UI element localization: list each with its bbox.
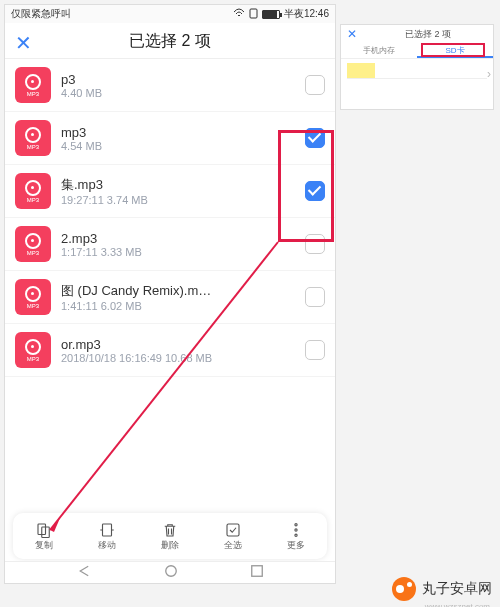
file-name: mp3 [61,125,305,140]
wifi-icon [233,8,245,20]
file-meta: 4.40 MB [61,87,305,99]
select-all-button[interactable]: 全选 [224,521,242,552]
move-icon [98,521,116,539]
file-checkbox[interactable] [305,75,325,95]
recent-icon[interactable] [250,564,264,582]
file-info: 2.mp31:17:11 3.33 MB [51,231,305,258]
file-checkbox[interactable] [305,287,325,307]
header: ✕ 已选择 2 项 [5,23,335,59]
file-name: 图 (DJ Candy Remix).m… [61,282,305,300]
watermark-url: www.wzsznet.com [425,602,490,607]
android-nav-bar [5,561,335,583]
inset-title: 已选择 2 项 [363,28,493,41]
status-carrier: 仅限紧急呼叫 [11,7,233,21]
file-row[interactable]: MP3p34.40 MB [5,59,335,112]
file-meta: 4.54 MB [61,140,305,152]
inset-close-icon: ✕ [341,27,363,41]
file-meta: 19:27:11 3.74 MB [61,194,305,206]
phone-frame: 仅限紧急呼叫 半夜12:46 ✕ 已选择 2 项 MP3p34.40 MBMP3… [4,4,336,584]
watermark-name: 丸子安卓网 [422,580,492,598]
card-icon [249,8,258,21]
copy-icon [35,521,53,539]
inset-chevron-icon: › [487,67,491,81]
file-row[interactable]: MP3or.mp32018/10/18 16:16:49 10.68 MB [5,324,335,377]
svg-rect-4 [227,524,239,536]
file-name: 集.mp3 [61,176,305,194]
file-name: or.mp3 [61,337,305,352]
svg-point-5 [294,523,296,525]
battery-icon [262,10,280,19]
home-icon[interactable] [164,564,178,582]
mp3-thumb-icon: MP3 [15,279,51,315]
trash-icon [161,521,179,539]
status-bar: 仅限紧急呼叫 半夜12:46 [5,5,335,23]
annotation-box-checkbox [278,130,334,242]
file-meta: 2018/10/18 16:16:49 10.68 MB [61,352,305,364]
bottom-action-bar: 复制 移动 删除 全选 更多 [13,513,327,559]
inset-screenshot: ✕ 已选择 2 项 手机内存 SD卡 › [340,24,494,110]
watermark: 丸子安卓网 www.wzsznet.com [392,577,492,601]
inset-tab-phone: 手机内存 [341,43,417,58]
more-button[interactable]: 更多 [287,521,305,552]
file-name: p3 [61,72,305,87]
delete-button[interactable]: 删除 [161,521,179,552]
more-icon [287,521,305,539]
page-title: 已选择 2 项 [5,23,335,59]
file-info: or.mp32018/10/18 16:16:49 10.68 MB [51,337,305,364]
file-checkbox[interactable] [305,340,325,360]
svg-rect-3 [103,524,112,536]
file-info: mp34.54 MB [51,125,305,152]
annotation-box-sd-tab [421,43,485,57]
select-all-icon [224,521,242,539]
watermark-logo-icon [392,577,416,601]
svg-point-6 [294,528,296,530]
file-meta: 1:41:11 6.02 MB [61,300,305,312]
mp3-thumb-icon: MP3 [15,67,51,103]
file-meta: 1:17:11 3.33 MB [61,246,305,258]
svg-rect-9 [251,565,262,576]
mp3-thumb-icon: MP3 [15,120,51,156]
move-button[interactable]: 移动 [98,521,116,552]
copy-button[interactable]: 复制 [35,521,53,552]
close-icon[interactable]: ✕ [15,31,32,55]
svg-point-7 [294,534,296,536]
mp3-thumb-icon: MP3 [15,173,51,209]
mp3-thumb-icon: MP3 [15,332,51,368]
file-info: p34.40 MB [51,72,305,99]
file-info: 集.mp319:27:11 3.74 MB [51,176,305,206]
back-icon[interactable] [77,564,93,582]
file-name: 2.mp3 [61,231,305,246]
mp3-thumb-icon: MP3 [15,226,51,262]
inset-row [347,63,487,79]
svg-rect-0 [250,9,257,18]
file-info: 图 (DJ Candy Remix).m…1:41:11 6.02 MB [51,282,305,312]
file-row[interactable]: MP3图 (DJ Candy Remix).m…1:41:11 6.02 MB [5,271,335,324]
svg-point-8 [166,565,177,576]
status-time: 半夜12:46 [284,7,329,21]
